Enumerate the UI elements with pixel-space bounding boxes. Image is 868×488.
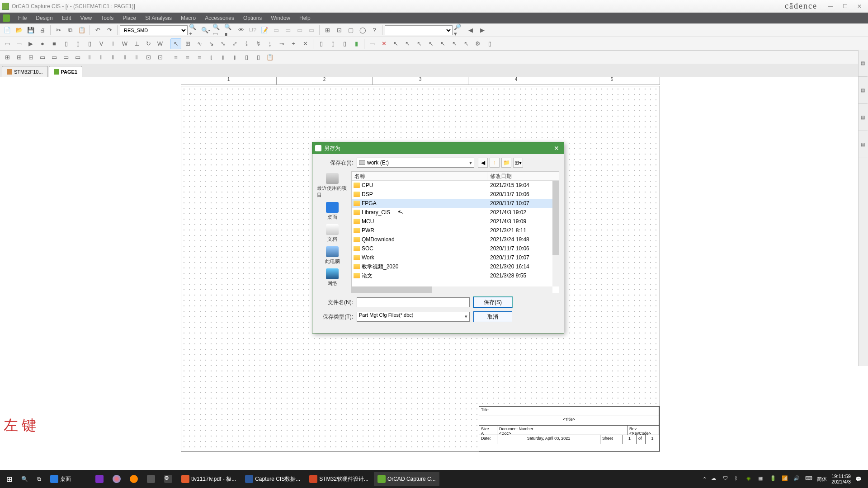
folder-icon: [354, 246, 360, 251]
taskbar-calc[interactable]: [143, 472, 159, 486]
views-icon[interactable]: ⊞▾: [513, 158, 523, 168]
file-date: 2021/2/15 19:04: [490, 182, 551, 188]
file-date: 2021/3/21 8:11: [490, 227, 551, 234]
taskbar-taskview[interactable]: ⧉: [33, 472, 45, 486]
up-icon[interactable]: ↑: [490, 158, 500, 168]
file-row[interactable]: QMDownload2021/3/24 19:48: [352, 235, 552, 244]
col-date[interactable]: 修改日期: [487, 172, 559, 180]
tray-nvidia-icon[interactable]: ◉: [746, 475, 754, 483]
filetype-label: 保存类型(T):: [317, 313, 353, 321]
tray-bt-icon[interactable]: ᛒ: [735, 475, 742, 483]
dialog-backdrop: 另存为 ✕ 保存在(I): work (E:) ◀ ↑ 📁 ⊞▾ 最近使用的: [0, 0, 868, 488]
save-in-label: 保存在(I):: [317, 159, 353, 167]
tray-app-icon[interactable]: ▦: [758, 475, 765, 483]
system-tray: ⌃ ☁ 🛡 ᛒ ◉ ▦ 🔋 📶 🔊 ⌨ 简体 19:11:59 2021/4/3…: [703, 474, 865, 484]
filename-label: 文件名(N):: [317, 299, 353, 306]
file-list-header[interactable]: 名称 修改日期: [352, 172, 559, 181]
file-name: Library_CIS: [362, 209, 490, 216]
folder-icon: [354, 183, 360, 188]
dialog-titlebar[interactable]: 另存为 ✕: [312, 142, 564, 154]
dialog-close-button[interactable]: ✕: [552, 145, 561, 152]
file-list-vscroll[interactable]: [552, 181, 559, 286]
col-name[interactable]: 名称: [352, 172, 487, 180]
place-desktop[interactable]: 桌面: [326, 202, 339, 221]
place-recent[interactable]: 最近使用的项目: [317, 173, 348, 198]
file-date: 2020/11/7 10:07: [490, 200, 551, 206]
file-date: 2020/11/7 10:06: [490, 191, 551, 197]
file-row[interactable]: SOC2020/11/7 10:06: [352, 244, 552, 253]
taskbar-pdf[interactable]: tlv1117lv.pdf - 极...: [178, 472, 240, 486]
folder-icon: [354, 192, 360, 197]
file-name: FPGA: [362, 200, 490, 206]
file-name: PWR: [362, 227, 490, 234]
file-name: CPU: [362, 182, 490, 188]
place-documents[interactable]: 文档: [326, 224, 339, 243]
drive-icon: [359, 160, 365, 165]
save-in-value: work (E:): [367, 160, 389, 166]
tray-clock[interactable]: 19:11:59 2021/4/3: [831, 474, 851, 484]
folder-icon: [354, 273, 360, 278]
file-row[interactable]: PWR2021/3/21 8:11: [352, 226, 552, 235]
folder-icon: [354, 264, 360, 269]
taskbar-onenote[interactable]: [92, 472, 107, 486]
file-date: 2021/3/28 9:55: [490, 272, 551, 279]
file-name: 论文: [362, 272, 490, 280]
place-computer[interactable]: 此电脑: [325, 246, 340, 265]
file-name: SOC: [362, 245, 490, 252]
file-row[interactable]: Work2020/11/7 10:07: [352, 253, 552, 262]
tray-notifications-icon[interactable]: 💬: [855, 476, 862, 482]
save-button[interactable]: 保存(S): [473, 297, 512, 308]
taskbar-desktop[interactable]: 桌面: [47, 472, 75, 486]
tray-volume-icon[interactable]: 🔊: [793, 475, 801, 483]
place-network[interactable]: 网络: [326, 268, 339, 287]
tray-onedrive-icon[interactable]: ☁: [711, 475, 718, 483]
file-name: MCU: [362, 218, 490, 225]
tray-up-icon[interactable]: ⌃: [703, 476, 707, 482]
file-date: 2021/4/3 19:09: [490, 218, 551, 225]
folder-icon: [354, 255, 360, 260]
file-row[interactable]: Library_CIS2021/4/3 19:02: [352, 208, 552, 217]
tray-ime-icon[interactable]: ⌨: [805, 475, 812, 483]
file-date: 2021/4/3 19:02: [490, 209, 551, 216]
file-row[interactable]: CPU2021/2/15 19:04: [352, 181, 552, 190]
filename-input[interactable]: [357, 297, 470, 307]
file-list-hscroll[interactable]: [352, 286, 552, 293]
dialog-title-text: 另存为: [324, 145, 340, 152]
file-row[interactable]: FPGA2020/11/7 10:07: [352, 199, 552, 208]
start-button[interactable]: ⊞: [3, 475, 16, 483]
back-icon[interactable]: ◀: [478, 158, 488, 168]
file-name: QMDownload: [362, 236, 490, 243]
tray-ime-text[interactable]: 简体: [817, 476, 827, 483]
cancel-button[interactable]: 取消: [473, 311, 512, 322]
taskbar-settings[interactable]: ⚙: [160, 472, 176, 486]
tray-battery-icon[interactable]: 🔋: [770, 475, 777, 483]
tray-wifi-icon[interactable]: 📶: [782, 475, 789, 483]
file-row[interactable]: 教学视频_20202021/3/20 16:14: [352, 262, 552, 271]
dialog-icon: [315, 145, 321, 151]
taskbar-paint[interactable]: [109, 472, 124, 486]
taskbar-word[interactable]: Capture CIS数据...: [241, 472, 304, 486]
file-date: 2020/11/7 10:06: [490, 245, 551, 252]
folder-icon: [354, 201, 360, 206]
file-date: 2021/3/24 19:48: [490, 236, 551, 243]
save-as-dialog: 另存为 ✕ 保存在(I): work (E:) ◀ ↑ 📁 ⊞▾ 最近使用的: [312, 142, 564, 333]
file-name: DSP: [362, 191, 490, 197]
newfolder-icon[interactable]: 📁: [501, 158, 511, 168]
file-row[interactable]: 论文2021/3/28 9:55: [352, 271, 552, 280]
taskbar: ⊞ 🔍 ⧉ 桌面 ⚙ tlv1117lv.pdf - 极... Capture …: [0, 470, 868, 488]
file-name: Work: [362, 254, 490, 261]
taskbar-everything[interactable]: [126, 472, 142, 486]
folder-icon: [354, 237, 360, 242]
file-name: 教学视频_2020: [362, 263, 490, 271]
taskbar-orcad[interactable]: OrCAD Capture C...: [374, 472, 439, 486]
taskbar-ppt[interactable]: STM32软硬件设计...: [306, 472, 372, 486]
filetype-select[interactable]: Part Mgt Cfg Files(*.dbc): [357, 312, 470, 322]
file-list[interactable]: 名称 修改日期 CPU2021/2/15 19:04DSP2020/11/7 1…: [351, 171, 559, 293]
tray-shield-icon[interactable]: 🛡: [723, 475, 730, 483]
save-in-dropdown[interactable]: work (E:): [357, 158, 474, 168]
file-row[interactable]: DSP2020/11/7 10:06: [352, 190, 552, 199]
taskbar-search[interactable]: 🔍: [18, 472, 32, 486]
places-bar: 最近使用的项目 桌面 文档 此电脑 网络: [317, 171, 348, 293]
file-row[interactable]: MCU2021/4/3 19:09: [352, 217, 552, 226]
folder-icon: [354, 219, 360, 224]
